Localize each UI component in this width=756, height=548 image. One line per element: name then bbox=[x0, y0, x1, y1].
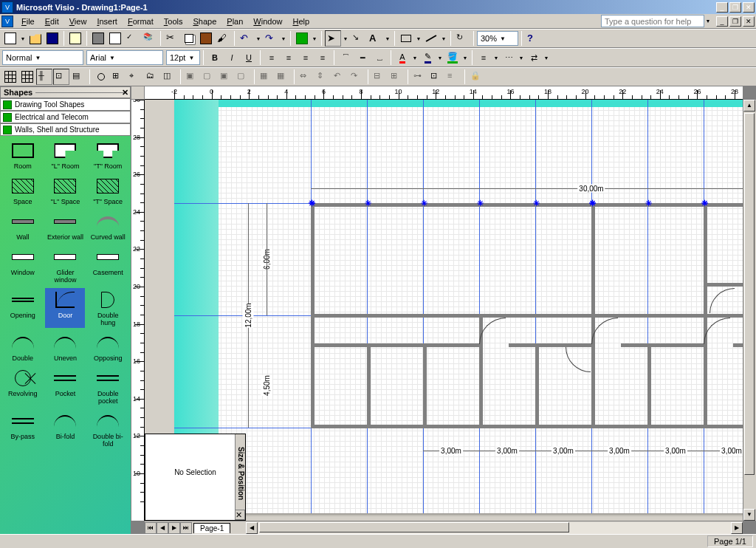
rotate-left-button[interactable]: ↶ bbox=[331, 69, 348, 85]
ruler-horizontal[interactable]: -20246810121416182022242628 bbox=[145, 86, 743, 100]
size-position-window[interactable]: Size & Position No Selection ✕ bbox=[145, 434, 246, 521]
send-back-button[interactable]: ▢ bbox=[201, 69, 217, 85]
shapes-close-button[interactable]: ✕ bbox=[122, 88, 128, 97]
size-position-close[interactable]: ✕ bbox=[235, 510, 245, 520]
shape-exterior-wall[interactable]: Exterior wall bbox=[45, 210, 85, 242]
menu-help[interactable]: Help bbox=[287, 16, 315, 27]
doc-icon[interactable]: V bbox=[1, 16, 13, 27]
spellcheck-button[interactable]: ✓ bbox=[124, 30, 140, 47]
pointer-tool-button[interactable]: ➤ bbox=[325, 30, 341, 47]
research-button[interactable]: 📚 bbox=[141, 30, 157, 47]
shapes-window-button[interactable] bbox=[294, 30, 310, 47]
shape-glider-window[interactable]: Glider window bbox=[45, 245, 85, 285]
drawing-explorer-button[interactable]: 🗂 bbox=[144, 69, 160, 85]
help-search-input[interactable] bbox=[601, 15, 704, 27]
menu-edit[interactable]: Edit bbox=[40, 16, 64, 27]
shape-uneven[interactable]: Uneven bbox=[45, 331, 85, 363]
undo-button[interactable]: ↶ bbox=[238, 30, 254, 47]
print-button[interactable] bbox=[90, 30, 106, 47]
paste-button[interactable] bbox=[198, 30, 214, 47]
page-first-button[interactable]: ⏮ bbox=[145, 522, 157, 534]
doc-close-button[interactable]: ✕ bbox=[743, 16, 755, 27]
page[interactable]: ✳ ✳ ✳ ✳ ✳ ✳ ✳ ✳ ✳ ✳ ✳ ✳ ✳ ✳ ✳ ✳ ✳ bbox=[174, 100, 743, 513]
minimize-button[interactable]: _ bbox=[716, 2, 728, 13]
menu-plan[interactable]: Plan bbox=[221, 16, 248, 27]
send-backward-button[interactable]: ▢ bbox=[235, 69, 251, 85]
redo-dropdown[interactable]: ▼ bbox=[280, 30, 287, 47]
shape-wall[interactable]: Wall bbox=[3, 210, 43, 242]
menu-file[interactable]: File bbox=[16, 16, 40, 27]
redo-button[interactable]: ↷ bbox=[263, 30, 279, 47]
fill-color-dropdown[interactable]: ▼ bbox=[461, 49, 469, 66]
pointer-dropdown[interactable]: ▼ bbox=[342, 30, 349, 47]
doc-restore-button[interactable]: ❐ bbox=[729, 16, 741, 27]
shape-window[interactable]: Window bbox=[3, 245, 43, 285]
shape-double-pocket[interactable]: Double pocket bbox=[88, 366, 128, 406]
font-color-dropdown[interactable]: ▼ bbox=[411, 49, 419, 66]
ruler-corner[interactable] bbox=[131, 86, 145, 100]
line-color-button[interactable]: ✎ bbox=[419, 49, 436, 66]
distribute-button[interactable]: ⊞ bbox=[388, 69, 405, 85]
group-button[interactable]: ▦ bbox=[258, 69, 274, 85]
style-combo[interactable]: Normal▼ bbox=[2, 50, 83, 65]
menu-insert[interactable]: Insert bbox=[92, 16, 123, 27]
format-painter-button[interactable]: 🖌 bbox=[215, 30, 231, 47]
size-combo[interactable]: 12pt▼ bbox=[166, 50, 200, 65]
shape-casement[interactable]: Casement bbox=[88, 245, 128, 285]
zoom-window-button[interactable]: ⊞ bbox=[110, 69, 126, 85]
pan-zoom-button[interactable]: ⌖ bbox=[127, 69, 143, 85]
connection-points-button[interactable]: ⊡ bbox=[53, 69, 69, 85]
connectors-button[interactable]: ╫ bbox=[36, 69, 52, 85]
shape-revolving[interactable]: Revolving bbox=[3, 366, 43, 406]
shape-by-pass[interactable]: By-pass bbox=[3, 409, 43, 449]
shape-pocket[interactable]: Pocket bbox=[45, 366, 85, 406]
font-combo[interactable]: Arial▼ bbox=[86, 50, 163, 65]
stencil-walls[interactable]: Walls, Shell and Structure bbox=[0, 123, 131, 136]
preview-button[interactable] bbox=[107, 30, 123, 47]
valign-top-button[interactable]: ⎴ bbox=[337, 49, 354, 66]
fill-color-button[interactable]: 🪣 bbox=[444, 49, 461, 66]
shapes-dropdown[interactable]: ▼ bbox=[311, 30, 318, 47]
layout-shapes-button[interactable]: ⊡ bbox=[428, 69, 444, 85]
text-dropdown[interactable]: ▼ bbox=[384, 30, 391, 47]
scrollbar-horizontal[interactable]: ◀ ▶ bbox=[246, 521, 743, 534]
line-pattern-button[interactable]: ⋯ bbox=[501, 49, 517, 66]
line-weight-dropdown[interactable]: ▼ bbox=[492, 49, 500, 66]
valign-bottom-button[interactable]: ⎵ bbox=[371, 49, 388, 66]
flip-v-button[interactable]: ⇕ bbox=[315, 69, 331, 85]
scrollbar-vertical[interactable]: ▲ ▼ bbox=[743, 100, 756, 521]
text-tool-button[interactable]: A bbox=[367, 30, 383, 47]
layers-button[interactable]: ≡ bbox=[445, 69, 461, 85]
rectangle-tool-button[interactable] bbox=[398, 30, 414, 47]
shape-double[interactable]: Double bbox=[3, 331, 43, 363]
scroll-right-button[interactable]: ▶ bbox=[731, 522, 743, 534]
menu-format[interactable]: Format bbox=[123, 16, 159, 27]
new-button[interactable] bbox=[2, 30, 18, 47]
shape--t-room[interactable]: "T" Room bbox=[88, 139, 128, 171]
shape-door[interactable]: Door bbox=[45, 288, 85, 328]
shape-space[interactable]: Space bbox=[3, 174, 43, 207]
rotate-button[interactable]: ↻ bbox=[454, 30, 470, 47]
font-color-button[interactable]: A bbox=[394, 49, 410, 66]
shape-double-bi-fold[interactable]: Double bi-fold bbox=[88, 409, 128, 449]
menu-tools[interactable]: Tools bbox=[159, 16, 188, 27]
underline-button[interactable]: U bbox=[241, 49, 257, 66]
mail-button[interactable] bbox=[67, 30, 83, 47]
shape-opposing[interactable]: Opposing bbox=[88, 331, 128, 363]
guides-button[interactable] bbox=[19, 69, 35, 85]
align-right-button[interactable]: ≡ bbox=[298, 49, 314, 66]
shape--l-space[interactable]: "L" Space bbox=[45, 174, 85, 207]
rect-dropdown[interactable]: ▼ bbox=[415, 30, 422, 47]
protection-button[interactable]: 🔒 bbox=[468, 69, 484, 85]
align-center-button[interactable]: ≡ bbox=[281, 49, 297, 66]
line-weight-button[interactable]: ≡ bbox=[475, 49, 492, 66]
shape-curved-wall[interactable]: Curved wall bbox=[88, 210, 128, 242]
line-ends-dropdown[interactable]: ▼ bbox=[543, 49, 550, 66]
flip-h-button[interactable]: ⇔ bbox=[298, 69, 314, 85]
copy-button[interactable] bbox=[181, 30, 197, 47]
italic-button[interactable]: I bbox=[224, 49, 240, 66]
help-button[interactable]: ? bbox=[525, 30, 541, 47]
scroll-v-thumb[interactable] bbox=[744, 113, 755, 475]
undo-dropdown[interactable]: ▼ bbox=[255, 30, 262, 47]
save-button[interactable] bbox=[44, 30, 61, 47]
